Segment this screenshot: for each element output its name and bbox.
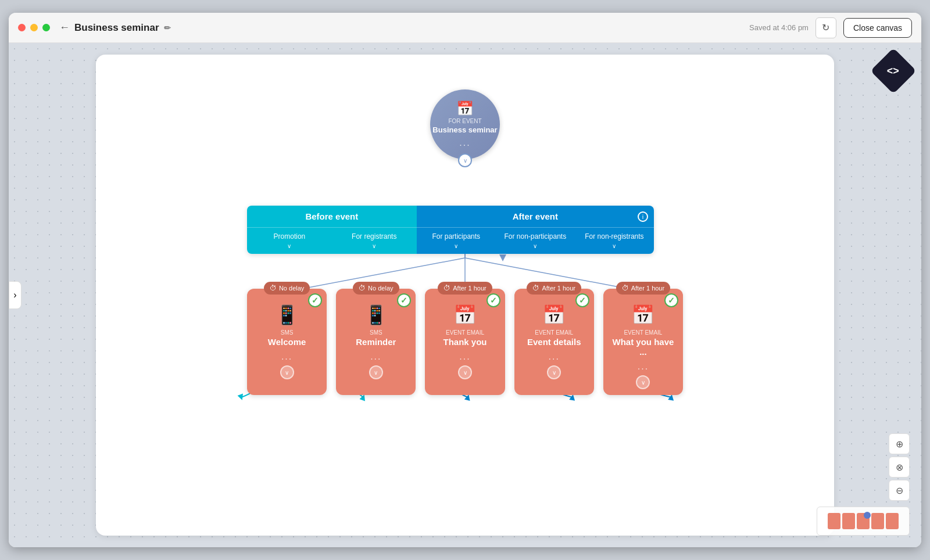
header-right: Saved at 4:06 pm ↻ Close canvas xyxy=(749,17,912,38)
mini-block-1 xyxy=(828,513,840,529)
delay-badge-5: ⏱ After 1 hour xyxy=(616,282,670,295)
card-name-3: Thank you xyxy=(438,337,493,347)
saved-status: Saved at 4:06 pm xyxy=(749,23,809,32)
left-panel-toggle[interactable]: › xyxy=(9,281,22,309)
card-type-4: EVENT EMAIL xyxy=(535,329,573,336)
root-dots[interactable]: ... xyxy=(459,138,470,148)
check-badge-2: ✓ xyxy=(397,293,411,307)
before-event-header[interactable]: Before event xyxy=(247,206,417,228)
card-name-5: What you have ... xyxy=(603,337,683,357)
email-eventdetails-card[interactable]: ⏱ After 1 hour ✓ 📅 EVENT EMAIL Event det… xyxy=(514,289,594,395)
card-name-1: Welcome xyxy=(262,337,312,347)
clock-icon-5: ⏱ xyxy=(622,284,629,292)
refresh-button[interactable]: ↻ xyxy=(815,17,836,38)
email-icon-5: 📅 xyxy=(631,304,654,326)
check-badge-5: ✓ xyxy=(664,293,678,307)
close-window-btn[interactable] xyxy=(18,24,26,31)
for-participants-tab[interactable]: For participants ∨ xyxy=(417,228,496,254)
card-chevron-icon-3: ∨ xyxy=(463,369,467,376)
flow-container: 📅 FOR EVENT Business seminar ... ∨ xyxy=(96,78,834,536)
email-icon-4: 📅 xyxy=(542,304,566,326)
before-event-section: Before event Promotion ∨ For registrants… xyxy=(247,206,417,254)
delay-badge-4: ⏱ After 1 hour xyxy=(527,282,581,295)
clock-icon-2: ⏱ xyxy=(359,284,366,292)
edit-icon[interactable]: ✏ xyxy=(164,23,171,33)
email-icon-3: 📅 xyxy=(453,304,477,326)
root-node[interactable]: 📅 FOR EVENT Business seminar ... ∨ xyxy=(430,89,500,159)
check-badge-1: ✓ xyxy=(308,293,322,307)
card-chevron-5[interactable]: ∨ xyxy=(636,375,650,389)
window-buttons xyxy=(18,24,50,31)
sms-welcome-card[interactable]: ⏱ No delay ✓ 📱 SMS Welcome ... ∨ xyxy=(247,289,327,395)
after-tabs: For participants ∨ For non-participants … xyxy=(417,228,654,254)
mini-block-4 xyxy=(871,513,884,529)
window-frame: ← Business seminar ✏ Saved at 4:06 pm ↻ … xyxy=(9,13,921,547)
mini-block-5 xyxy=(886,513,899,529)
calendar-star-icon: 📅 xyxy=(456,100,474,117)
zoom-controls: ⊕ ⊗ ⊖ xyxy=(889,433,910,501)
card-chevron-2[interactable]: ∨ xyxy=(369,365,383,379)
mini-block-2 xyxy=(842,513,855,529)
mini-map-content xyxy=(828,513,899,529)
before-tabs: Promotion ∨ For registrants ∨ xyxy=(247,228,417,254)
zoom-out-button[interactable]: ⊖ xyxy=(889,480,910,501)
for-registrants-tab[interactable]: For registrants ∨ xyxy=(332,228,417,254)
zoom-reset-button[interactable]: ⊗ xyxy=(889,457,910,478)
title-bar: ← Business seminar ✏ Saved at 4:06 pm ↻ … xyxy=(9,13,921,43)
after-event-header[interactable]: After event xyxy=(417,206,654,228)
root-label: FOR EVENT xyxy=(448,118,481,124)
close-canvas-button[interactable]: Close canvas xyxy=(843,18,912,38)
sms-reminder-card[interactable]: ⏱ No delay ✓ 📱 SMS Reminder ... ∨ xyxy=(336,289,416,395)
email-whatyouhave-card[interactable]: ⏱ After 1 hour ✓ 📅 EVENT EMAIL What you … xyxy=(603,289,683,395)
info-icon[interactable]: i xyxy=(638,211,648,222)
sms-icon-1: 📱 xyxy=(276,304,299,326)
delay-badge-2: ⏱ No delay xyxy=(353,282,399,295)
for-non-participants-tab[interactable]: For non-participants ∨ xyxy=(496,228,575,254)
branch-section: Before event Promotion ∨ For registrants… xyxy=(247,206,683,395)
card-dots-3[interactable]: ... xyxy=(459,351,470,362)
card-type-3: EVENT EMAIL xyxy=(446,329,484,336)
cards-row: ⏱ No delay ✓ 📱 SMS Welcome ... ∨ xyxy=(247,289,683,395)
card-name-4: Event details xyxy=(521,337,587,347)
maximize-window-btn[interactable] xyxy=(42,24,50,31)
check-badge-4: ✓ xyxy=(575,293,589,307)
card-dots-4[interactable]: ... xyxy=(549,351,560,362)
canvas-area: › <> 📅 FOR EVENT Business seminar ... ∨ xyxy=(9,43,921,547)
diamond-icon: <> xyxy=(887,65,899,77)
for-non-registrants-tab[interactable]: For non-registrants ∨ xyxy=(575,228,654,254)
card-chevron-3[interactable]: ∨ xyxy=(458,365,472,379)
clock-icon-3: ⏱ xyxy=(443,284,450,292)
back-button[interactable]: ← xyxy=(59,21,70,34)
card-chevron-icon-1: ∨ xyxy=(285,369,289,376)
segment-bar: Before event Promotion ∨ For registrants… xyxy=(247,206,654,254)
after-event-section: After event i For participants ∨ For non… xyxy=(417,206,654,254)
root-title: Business seminar xyxy=(432,125,497,134)
card-chevron-icon-2: ∨ xyxy=(374,369,378,376)
clock-icon-4: ⏱ xyxy=(532,284,539,292)
zoom-in-button[interactable]: ⊕ xyxy=(889,433,910,454)
email-thankyou-card[interactable]: ⏱ After 1 hour ✓ 📅 EVENT EMAIL Thank you… xyxy=(425,289,505,395)
canvas-title: Business seminar xyxy=(74,22,159,34)
card-type-2: SMS xyxy=(370,329,382,336)
card-chevron-4[interactable]: ∨ xyxy=(547,365,561,379)
root-chevron-button[interactable]: ∨ xyxy=(458,153,472,167)
card-dots-1[interactable]: ... xyxy=(281,351,292,362)
minimize-window-btn[interactable] xyxy=(30,24,38,31)
card-chevron-icon-4: ∨ xyxy=(552,369,556,376)
card-name-2: Reminder xyxy=(350,337,402,347)
card-dots-2[interactable]: ... xyxy=(370,351,381,362)
card-chevron-1[interactable]: ∨ xyxy=(280,365,294,379)
mini-map-indicator xyxy=(864,512,871,519)
sms-icon-2: 📱 xyxy=(364,304,388,326)
promotion-tab[interactable]: Promotion ∨ xyxy=(247,228,332,254)
check-badge-3: ✓ xyxy=(487,293,500,307)
delay-badge-3: ⏱ After 1 hour xyxy=(438,282,492,295)
canvas-card: 📅 FOR EVENT Business seminar ... ∨ xyxy=(96,55,834,536)
card-dots-5[interactable]: ... xyxy=(638,361,649,372)
card-type-5: EVENT EMAIL xyxy=(624,329,662,336)
delay-badge-1: ⏱ No delay xyxy=(264,282,310,295)
page-title: Business seminar ✏ xyxy=(74,22,171,34)
diamond-button[interactable]: <> xyxy=(870,48,916,94)
chevron-down-icon: ∨ xyxy=(463,157,467,164)
clock-icon-1: ⏱ xyxy=(270,284,277,292)
